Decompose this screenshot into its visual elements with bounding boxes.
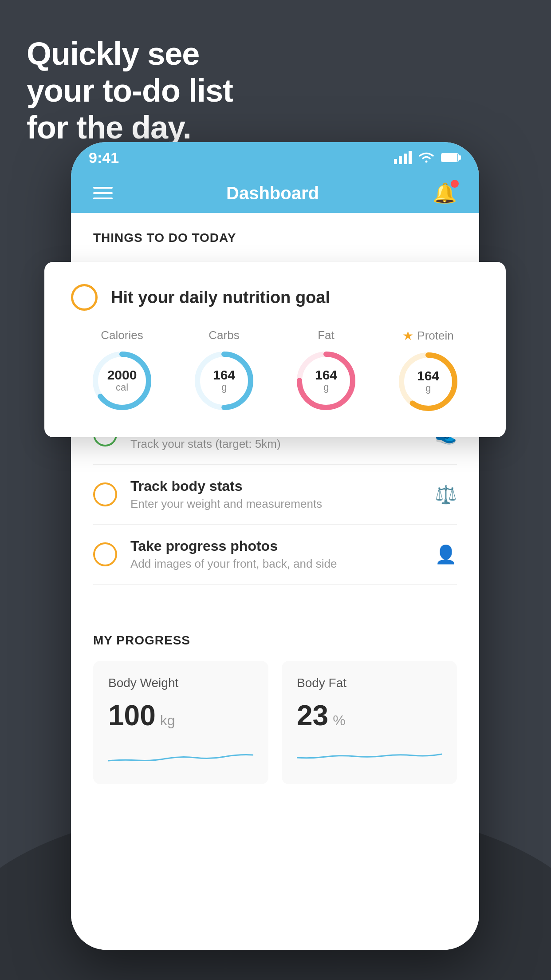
notification-dot (451, 180, 459, 188)
battery-icon (441, 152, 461, 163)
body-weight-value: 100 (108, 699, 156, 732)
scale-icon: ⚖️ (435, 484, 457, 505)
star-icon: ★ (402, 328, 413, 343)
status-time: 9:41 (89, 149, 119, 166)
body-fat-chart (297, 741, 442, 767)
hamburger-menu-button[interactable] (93, 187, 113, 199)
body-fat-card[interactable]: Body Fat 23 % (282, 661, 457, 784)
todo-desc-photos: Add images of your front, back, and side (130, 557, 421, 571)
svg-rect-1 (399, 156, 402, 164)
body-weight-card[interactable]: Body Weight 100 kg (93, 661, 268, 784)
body-fat-value: 23 (297, 699, 328, 732)
protein-unit: g (417, 383, 439, 394)
macro-calories: Calories 2000 cal (89, 328, 155, 414)
nutrition-card-title: Hit your daily nutrition goal (111, 288, 330, 307)
carbs-unit: g (213, 382, 235, 393)
svg-rect-0 (394, 159, 397, 164)
macros-row: Calories 2000 cal Carbs (71, 328, 479, 415)
todo-item-body-stats[interactable]: Track body stats Enter your weight and m… (93, 465, 457, 525)
carbs-label: Carbs (209, 328, 239, 342)
todo-desc-body-stats: Enter your weight and measurements (130, 497, 421, 511)
protein-donut: 164 g (395, 348, 461, 415)
calories-donut: 2000 cal (89, 348, 155, 414)
todo-desc-running: Track your stats (target: 5km) (130, 437, 421, 451)
carbs-donut: 164 g (191, 348, 257, 414)
progress-title: MY PROGRESS (93, 633, 457, 648)
svg-rect-7 (459, 155, 461, 160)
fat-value: 164 (315, 368, 337, 382)
fat-label: Fat (318, 328, 335, 342)
hero-line3: for the day. (27, 109, 233, 146)
svg-rect-3 (409, 151, 412, 164)
wifi-icon (418, 151, 435, 164)
progress-cards: Body Weight 100 kg Body Fat 23 % (93, 661, 457, 784)
progress-section: MY PROGRESS Body Weight 100 kg Body Fat … (71, 611, 479, 784)
svg-rect-2 (404, 154, 407, 164)
body-weight-label: Body Weight (108, 676, 253, 690)
protein-label: ★ Protein (402, 328, 453, 343)
macro-fat: Fat 164 g (293, 328, 359, 414)
todo-name-photos: Take progress photos (130, 538, 421, 554)
todo-item-photos[interactable]: Take progress photos Add images of your … (93, 525, 457, 585)
todo-check-body-stats[interactable] (93, 482, 117, 506)
protein-value: 164 (417, 369, 439, 383)
fat-unit: g (315, 382, 337, 393)
nav-bar: Dashboard 🔔 (71, 173, 479, 213)
macro-protein: ★ Protein 164 g (395, 328, 461, 415)
nav-title: Dashboard (226, 183, 319, 203)
macro-carbs: Carbs 164 g (191, 328, 257, 414)
hero-line2: your to-do list (27, 72, 233, 109)
calories-unit: cal (107, 382, 137, 393)
nutrition-check-circle[interactable] (71, 284, 98, 311)
hero-line1: Quickly see (27, 36, 233, 72)
carbs-value: 164 (213, 368, 235, 382)
status-bar: 9:41 (71, 142, 479, 173)
body-weight-chart (108, 741, 253, 767)
body-weight-unit: kg (160, 712, 175, 729)
nutrition-card[interactable]: Hit your daily nutrition goal Calories 2… (44, 262, 506, 437)
svg-rect-6 (441, 154, 457, 162)
todo-name-body-stats: Track body stats (130, 478, 421, 494)
things-today-header: THINGS TO DO TODAY (71, 213, 479, 254)
body-fat-unit: % (333, 712, 345, 729)
hero-text: Quickly see your to-do list for the day. (27, 36, 233, 146)
body-fat-label: Body Fat (297, 676, 442, 690)
status-icons (394, 151, 461, 164)
calories-value: 2000 (107, 368, 137, 382)
todo-check-photos[interactable] (93, 542, 117, 566)
fat-donut: 164 g (293, 348, 359, 414)
notification-bell-button[interactable]: 🔔 (433, 182, 457, 205)
calories-label: Calories (101, 328, 143, 342)
signal-icon (394, 151, 412, 164)
photo-icon: 👤 (435, 544, 457, 565)
